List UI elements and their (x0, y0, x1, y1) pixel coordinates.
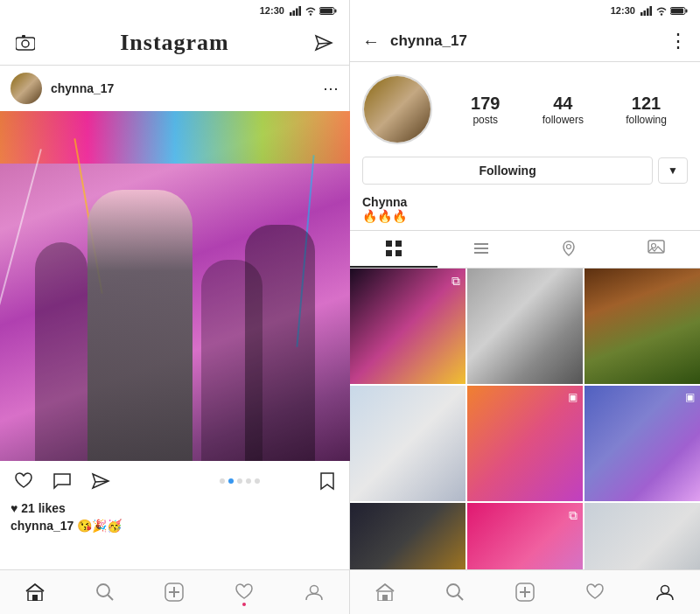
more-options-button[interactable]: ⋮ (668, 30, 688, 52)
add-icon (164, 583, 184, 602)
post-action-buttons (10, 469, 164, 493)
profile-section: 179 posts 44 followers 121 following (350, 62, 700, 151)
right-status-time: 12:30 (611, 5, 635, 16)
left-header: Instagram (0, 21, 349, 66)
tab-grid[interactable] (350, 231, 438, 268)
wifi-icon (304, 6, 317, 16)
svg-point-15 (97, 584, 109, 597)
right-wifi-icon (655, 6, 668, 16)
back-button[interactable]: ← (362, 31, 380, 52)
svg-rect-30 (396, 241, 402, 247)
grid-cell-2[interactable] (467, 269, 583, 384)
carousel-dot-5 (255, 478, 260, 484)
save-button[interactable] (316, 468, 339, 494)
svg-line-11 (318, 43, 332, 44)
left-status-time: 12:30 (260, 5, 284, 16)
grid-cell-4[interactable] (350, 386, 466, 501)
right-nav-home[interactable] (367, 580, 403, 604)
svg-rect-40 (382, 595, 388, 601)
post-more-button[interactable]: ⋯ (323, 79, 339, 98)
tab-location[interactable] (525, 231, 612, 268)
stat-followers: 44 followers (542, 94, 584, 126)
send-button[interactable] (311, 31, 337, 55)
right-status-bar: 12:30 (350, 0, 700, 21)
svg-rect-22 (644, 10, 647, 16)
post-caption: chynna_17 😘🎉🥳 (0, 519, 349, 540)
right-signal-icon (640, 6, 653, 16)
right-nav-search[interactable] (437, 579, 473, 605)
camera-button[interactable] (12, 31, 38, 54)
nav-profile[interactable] (296, 579, 332, 605)
left-status-bar: 12:30 (0, 0, 349, 21)
heart-nav-dot (242, 603, 246, 606)
dropdown-button[interactable]: ▼ (658, 157, 688, 184)
photo-grid: ⧉ ▣ ▣ ⧉ (350, 269, 700, 569)
carousel-dot-1 (220, 478, 225, 484)
svg-rect-23 (647, 8, 649, 16)
right-header: ← chynna_17 ⋮ (350, 21, 700, 62)
following-count: 121 (632, 94, 661, 114)
right-nav-heart[interactable] (577, 580, 613, 604)
profile-nav-icon (304, 583, 324, 602)
multi-icon-1: ⧉ (452, 274, 460, 289)
nav-add[interactable] (156, 579, 192, 605)
caption-username[interactable]: chynna_17 (10, 519, 74, 533)
multi-icon-8: ⧉ (569, 508, 578, 523)
svg-line-12 (95, 481, 108, 482)
svg-point-9 (22, 40, 29, 47)
grid-cell-6[interactable]: ▣ (584, 386, 700, 501)
grid-cell-9[interactable] (584, 503, 700, 569)
following-label: following (626, 114, 667, 126)
right-nav-add[interactable] (507, 579, 543, 605)
right-nav-profile[interactable] (647, 579, 683, 605)
svg-rect-7 (335, 9, 337, 12)
grid-cell-7[interactable] (350, 503, 466, 569)
carousel-dot-4 (246, 478, 251, 484)
grid-cell-3[interactable] (584, 269, 700, 384)
svg-point-41 (447, 584, 459, 597)
grid-cell-5[interactable]: ▣ (467, 386, 583, 501)
signal-icon (290, 6, 302, 16)
nav-search[interactable] (87, 579, 123, 605)
app-logo: Instagram (120, 30, 229, 56)
right-profile-icon (655, 583, 675, 602)
stat-following: 121 following (626, 94, 667, 126)
svg-line-42 (458, 595, 463, 600)
profile-bio: 🔥🔥🔥 (362, 209, 688, 223)
right-battery-icon (670, 6, 688, 16)
grid-tab-icon (385, 240, 402, 257)
post-image (0, 111, 350, 461)
post-username[interactable]: chynna_17 (51, 81, 323, 95)
svg-rect-28 (686, 9, 688, 12)
profile-username-header: chynna_17 (390, 32, 668, 50)
svg-rect-24 (650, 6, 653, 16)
following-button[interactable]: Following (362, 157, 653, 185)
tab-list[interactable] (438, 231, 525, 268)
list-tab-icon (472, 240, 490, 257)
nav-home[interactable] (17, 580, 53, 604)
right-bottom-nav (350, 569, 700, 614)
svg-rect-32 (396, 250, 402, 256)
svg-rect-3 (299, 6, 302, 16)
svg-point-25 (661, 13, 662, 15)
svg-rect-27 (671, 8, 683, 13)
caption-text: 😘🎉🥳 (77, 519, 122, 533)
share-button[interactable] (88, 469, 114, 493)
like-button[interactable] (10, 469, 37, 493)
post-carousel-dots (164, 478, 317, 484)
tagged-tab-icon (648, 240, 665, 257)
svg-rect-21 (640, 12, 643, 16)
location-tab-icon (560, 240, 578, 257)
tab-tagged[interactable] (612, 231, 700, 268)
comment-button[interactable] (49, 469, 75, 493)
profile-avatar[interactable] (362, 74, 432, 144)
svg-rect-29 (386, 241, 392, 247)
left-panel: 12:30 (0, 0, 350, 614)
nav-heart[interactable] (226, 580, 262, 604)
grid-cell-8[interactable]: ⧉ (467, 503, 583, 569)
heart-nav-icon (234, 583, 254, 601)
grid-cell-1[interactable]: ⧉ (350, 269, 466, 384)
post-avatar[interactable] (10, 73, 42, 104)
stat-posts: 179 posts (471, 94, 500, 126)
svg-point-36 (567, 245, 571, 249)
